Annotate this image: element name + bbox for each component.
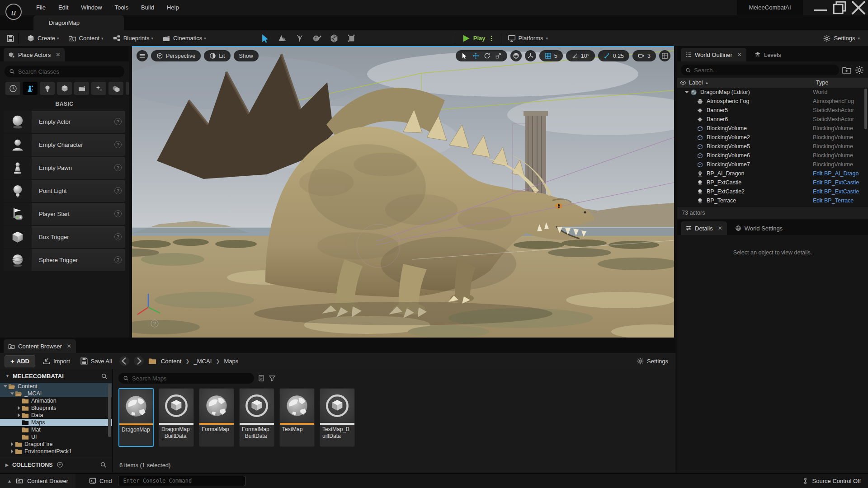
search-icon[interactable]: [100, 461, 107, 468]
landscape-mode-icon[interactable]: [278, 33, 288, 43]
tree-row[interactable]: DragonFire: [0, 441, 112, 448]
cmd-selector[interactable]: Cmd: [89, 477, 112, 484]
scale-snap-button[interactable]: 0.25: [598, 50, 629, 61]
close-button[interactable]: [849, 0, 868, 15]
rotation-snap-button[interactable]: 10°: [566, 50, 595, 61]
place-actor-item[interactable]: Empty Pawn ?: [4, 157, 125, 179]
expander-icon[interactable]: [9, 441, 15, 447]
modeling-mode-icon[interactable]: [346, 33, 356, 43]
tab-levels[interactable]: Levels: [750, 48, 786, 61]
outliner-settings-icon[interactable]: [854, 65, 864, 75]
maximize-viewport-button[interactable]: [659, 50, 670, 61]
expander-icon[interactable]: [16, 413, 22, 418]
asset-search[interactable]: [118, 373, 254, 384]
settings-button[interactable]: Settings▾: [823, 34, 860, 42]
tree-row[interactable]: Mat: [0, 426, 112, 433]
play-options-icon[interactable]: [488, 35, 495, 42]
outliner-row[interactable]: Atmospheric Fog AtmosphericFog: [677, 97, 868, 106]
tree-row[interactable]: Animation: [0, 397, 112, 404]
menu-item[interactable]: Help: [160, 0, 185, 15]
camera-speed-button[interactable]: 3: [632, 50, 656, 61]
new-folder-icon[interactable]: [842, 65, 852, 75]
scale-tool-icon[interactable]: [495, 52, 502, 59]
expander-icon[interactable]: [9, 391, 15, 396]
tree-row[interactable]: Data: [0, 412, 112, 419]
close-icon[interactable]: ✕: [718, 225, 722, 231]
place-actors-search[interactable]: [5, 66, 124, 77]
outliner-row[interactable]: BP_ExtCastle Edit BP_ExtCastle: [677, 178, 868, 187]
place-actor-item[interactable]: Empty Actor ?: [4, 111, 125, 133]
content-button[interactable]: Content▾: [64, 32, 108, 45]
chevron-down-icon[interactable]: ▼: [5, 374, 9, 378]
column-label[interactable]: Label▲: [689, 80, 813, 86]
move-tool-icon[interactable]: [472, 52, 479, 59]
close-icon[interactable]: ✕: [737, 52, 742, 58]
restore-button[interactable]: [830, 0, 849, 15]
help-icon[interactable]: ?: [114, 233, 122, 240]
tab-place-actors[interactable]: Place Actors✕: [4, 48, 65, 61]
expander-icon[interactable]: [3, 384, 8, 389]
category-vfx[interactable]: [91, 82, 106, 95]
save-all-button[interactable]: Save All: [77, 357, 115, 365]
asset-tile[interactable]: TestMap: [279, 388, 315, 447]
tree-row[interactable]: Maps: [0, 419, 112, 426]
outliner-search[interactable]: [681, 65, 839, 75]
place-actor-item[interactable]: Empty Character ?: [4, 134, 125, 156]
asset-tile[interactable]: TestMap_BuiltData: [320, 388, 355, 447]
outliner-row[interactable]: Banner6 StaticMeshActor: [677, 115, 868, 124]
asset-tile[interactable]: DragonMap: [118, 388, 154, 447]
place-actor-item[interactable]: Sphere Trigger ?: [4, 249, 125, 271]
outliner-row[interactable]: BlockingVolume2 BlockingVolume: [677, 133, 868, 142]
breadcrumb-item[interactable]: Maps: [224, 358, 238, 365]
play-button[interactable]: Play: [473, 35, 486, 42]
category-lights[interactable]: [40, 82, 55, 95]
fracture-mode-icon[interactable]: [329, 33, 339, 43]
category-shapes[interactable]: [57, 82, 72, 95]
outliner-row[interactable]: BP_AI_Dragon Edit BP_AI_Drago: [677, 169, 868, 178]
rotate-tool-icon[interactable]: [484, 52, 491, 59]
cb-settings-button[interactable]: Settings: [636, 357, 668, 365]
category-cinematic[interactable]: [74, 82, 89, 95]
breadcrumb-item[interactable]: Content: [161, 358, 182, 365]
tree-scrollbar[interactable]: [108, 384, 111, 437]
viewport-options-button[interactable]: [137, 50, 148, 61]
close-icon[interactable]: ✕: [56, 52, 60, 58]
platforms-button[interactable]: Platforms: [519, 35, 543, 42]
forward-button[interactable]: [134, 356, 144, 366]
close-icon[interactable]: ✕: [67, 343, 71, 349]
back-button[interactable]: [119, 356, 129, 366]
add-button[interactable]: +ADD: [5, 355, 35, 367]
outliner-search-input[interactable]: [694, 67, 835, 74]
blueprints-button[interactable]: Blueprints▾: [108, 32, 158, 45]
help-icon[interactable]: ?: [114, 187, 122, 194]
outliner-row[interactable]: BlockingVolume5 BlockingVolume: [677, 142, 868, 151]
menu-item[interactable]: File: [30, 0, 52, 15]
outliner-row[interactable]: Banner5 StaticMeshActor: [677, 106, 868, 115]
mesh-paint-mode-icon[interactable]: [312, 33, 322, 43]
expander-icon[interactable]: [9, 449, 15, 454]
category-basic[interactable]: [23, 82, 38, 95]
select-mode-icon[interactable]: [260, 33, 270, 43]
outliner-row[interactable]: BlockingVolume6 BlockingVolume: [677, 151, 868, 160]
asset-tile[interactable]: FormalMap_BuiltData: [239, 388, 274, 447]
asset-tile[interactable]: FormalMap: [199, 388, 234, 447]
category-geometry[interactable]: [108, 82, 123, 95]
help-icon[interactable]: ?: [114, 118, 122, 125]
help-icon[interactable]: ?: [114, 164, 122, 171]
tree-row[interactable]: Content: [0, 383, 112, 390]
source-control-button[interactable]: Source Control Off: [802, 478, 868, 484]
breadcrumb-item[interactable]: _MCAI: [194, 358, 212, 365]
help-icon[interactable]: ?: [114, 256, 122, 263]
place-actor-item[interactable]: Box Trigger ?: [4, 226, 125, 248]
tab-content-browser[interactable]: Content Browser✕: [4, 339, 76, 353]
collections-bar[interactable]: ▶ COLLECTIONS: [0, 457, 112, 472]
expander-icon[interactable]: [16, 405, 22, 411]
filter-icon[interactable]: [269, 375, 276, 382]
tree-row[interactable]: EnvironmentPack1: [0, 448, 112, 455]
plus-circle-icon[interactable]: [57, 461, 63, 468]
menu-item[interactable]: Window: [75, 0, 108, 15]
grid-snap-button[interactable]: 5: [539, 50, 563, 61]
minimize-button[interactable]: [811, 0, 830, 15]
save-search-icon[interactable]: [258, 375, 265, 382]
search-maps-input[interactable]: [132, 375, 250, 382]
